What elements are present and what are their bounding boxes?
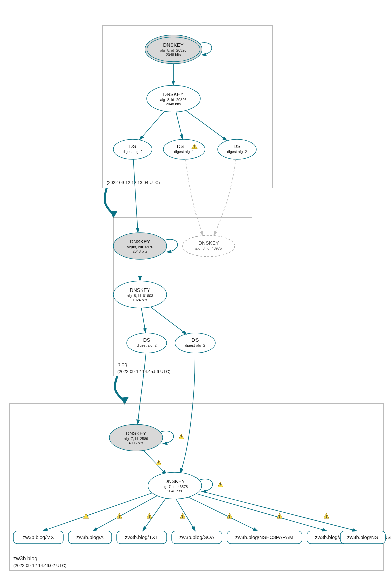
svg-text:!: ! bbox=[85, 514, 87, 519]
warning-icon: ! bbox=[179, 434, 184, 439]
warning-icon: ! bbox=[324, 513, 329, 519]
svg-text:DS: DS bbox=[192, 337, 199, 343]
edge-root-ds1-blog-ksk bbox=[133, 159, 138, 233]
svg-text:zw3b.blog/MX: zw3b.blog/MX bbox=[23, 534, 54, 540]
svg-text:DS: DS bbox=[129, 143, 136, 149]
svg-text:2048 bits: 2048 bits bbox=[166, 102, 181, 106]
warning-icon: ! bbox=[277, 513, 282, 519]
svg-text:digest alg=2: digest alg=2 bbox=[137, 343, 157, 347]
svg-text:!: ! bbox=[229, 514, 230, 519]
edge-root-zsk-ds1 bbox=[139, 111, 165, 140]
root-zone-timestamp: (2022-09-12 12:13:04 UTC) bbox=[107, 180, 160, 185]
svg-text:DNSKEY: DNSKEY bbox=[163, 42, 184, 48]
svg-text:2048 bits: 2048 bits bbox=[166, 53, 181, 57]
node-zw3b-zsk: DNSKEY alg=7, id=46578 2048 bits bbox=[148, 472, 202, 499]
edge-root-ds2-ghost bbox=[185, 159, 203, 236]
edge-zsk-a bbox=[93, 496, 157, 531]
zw3b-zone-label: zw3b.blog bbox=[13, 556, 37, 561]
svg-text:alg=8, id=20326: alg=8, id=20326 bbox=[160, 48, 187, 52]
warning-icon: ! bbox=[117, 513, 122, 519]
svg-text:1024 bits: 1024 bits bbox=[133, 298, 148, 302]
warning-icon: ! bbox=[156, 460, 161, 465]
edge-blog-ksk-self bbox=[165, 239, 178, 252]
warning-icon: ! bbox=[147, 513, 152, 519]
svg-text:!: ! bbox=[220, 483, 221, 487]
svg-text:digest alg=2: digest alg=2 bbox=[123, 150, 143, 154]
node-blog-ds2: DS digest alg=2 bbox=[175, 333, 215, 353]
svg-text:digest alg=2: digest alg=2 bbox=[185, 343, 205, 347]
svg-text:alg=8, id=61603: alg=8, id=61603 bbox=[127, 294, 153, 298]
edge-zsk-soa bbox=[176, 499, 195, 531]
edge-root-ds3-ghost bbox=[214, 159, 236, 236]
edge-zw3b-ksk-zsk bbox=[143, 450, 167, 475]
svg-text:DS: DS bbox=[234, 143, 241, 149]
svg-text:zw3b.blog/NSEC3PARAM: zw3b.blog/NSEC3PARAM bbox=[235, 534, 293, 540]
record-mx: zw3b.blog/MX bbox=[13, 531, 63, 544]
edge-root-zsk-ds3 bbox=[186, 111, 227, 141]
edge-zsk-ns bbox=[200, 491, 357, 531]
edge-zsk-txt bbox=[143, 498, 166, 531]
record-soa: zw3b.blog/SOA bbox=[172, 531, 222, 544]
node-root-ds3: DS digest alg=2 bbox=[218, 139, 256, 159]
node-blog-ghost: DNSKEY alg=8, id=43975 bbox=[182, 235, 235, 257]
edge-blog-ds1-zw3b-ksk bbox=[138, 353, 146, 424]
svg-text:!: ! bbox=[194, 144, 195, 149]
edge-delegation-blog-zw3b bbox=[115, 376, 124, 400]
svg-point-33 bbox=[175, 333, 215, 353]
svg-point-9 bbox=[113, 139, 152, 159]
svg-text:digest alg=1: digest alg=1 bbox=[174, 150, 194, 154]
edge-zsk-nsec3 bbox=[188, 497, 258, 531]
svg-text:DNSKEY: DNSKEY bbox=[198, 240, 219, 246]
node-root-zsk: DNSKEY alg=8, id=20826 2048 bits bbox=[147, 85, 200, 112]
svg-point-16 bbox=[218, 139, 256, 159]
edge-zw3b-zsk-self bbox=[200, 479, 213, 492]
svg-text:DNSKEY: DNSKEY bbox=[163, 91, 184, 97]
node-blog-ds1: DS digest alg=2 bbox=[127, 333, 167, 353]
svg-text:DS: DS bbox=[177, 143, 184, 149]
svg-text:2048 bits: 2048 bits bbox=[133, 249, 148, 253]
node-zw3b-ksk: DNSKEY alg=7, id=2589 4096 bits bbox=[109, 424, 163, 451]
svg-text:!: ! bbox=[326, 514, 327, 519]
node-root-ds1: DS digest alg=2 bbox=[113, 139, 152, 159]
svg-text:!: ! bbox=[149, 514, 150, 519]
svg-point-12 bbox=[163, 139, 205, 159]
node-root-ds2: DS digest alg=1 bbox=[163, 139, 205, 159]
svg-text:alg=8, id=43975: alg=8, id=43975 bbox=[195, 246, 222, 250]
warning-icon: ! bbox=[83, 513, 89, 519]
warning-icon: ! bbox=[180, 513, 185, 519]
dnssec-diagram: . (2022-09-12 12:13:04 UTC) DNSKEY alg=8… bbox=[0, 0, 392, 581]
edge-root-zsk-ds2 bbox=[176, 112, 183, 139]
svg-text:!: ! bbox=[181, 435, 182, 439]
node-blog-ksk: DNSKEY alg=8, id=16976 2048 bits bbox=[113, 233, 167, 259]
svg-text:digest alg=2: digest alg=2 bbox=[227, 150, 247, 154]
record-a: zw3b.blog/A bbox=[68, 531, 112, 544]
warning-icon: ! bbox=[227, 513, 232, 519]
node-blog-zsk: DNSKEY alg=8, id=61603 1024 bits bbox=[113, 281, 167, 308]
svg-text:zw3b.blog/A: zw3b.blog/A bbox=[76, 534, 104, 540]
svg-text:!: ! bbox=[279, 514, 280, 519]
svg-text:zw3b.blog/TXT: zw3b.blog/TXT bbox=[125, 534, 158, 540]
svg-text:DNSKEY: DNSKEY bbox=[130, 287, 150, 293]
svg-text:alg=7, id=2589: alg=7, id=2589 bbox=[124, 437, 148, 441]
node-root-ksk: DNSKEY alg=8, id=20326 2048 bits bbox=[145, 35, 202, 64]
edge-zsk-mx bbox=[43, 493, 152, 531]
svg-point-30 bbox=[127, 333, 167, 353]
record-ns-label: zw3b.blog/NS bbox=[347, 534, 378, 540]
svg-text:!: ! bbox=[182, 514, 183, 519]
svg-text:DS: DS bbox=[143, 337, 150, 343]
svg-text:DNSKEY: DNSKEY bbox=[164, 478, 185, 484]
zw3b-zone-timestamp: (2022-09-12 14:46:02 UTC) bbox=[13, 563, 67, 568]
record-txt: zw3b.blog/TXT bbox=[117, 531, 167, 544]
svg-text:alg=8, id=16976: alg=8, id=16976 bbox=[127, 245, 153, 249]
svg-text:4096 bits: 4096 bits bbox=[129, 441, 144, 445]
edge-blog-ds2-zw3b-zsk bbox=[180, 353, 195, 473]
svg-point-23 bbox=[182, 235, 235, 257]
svg-text:2048 bits: 2048 bits bbox=[167, 489, 182, 493]
svg-text:alg=7, id=46578: alg=7, id=46578 bbox=[162, 485, 188, 489]
edge-zw3b-ksk-self bbox=[161, 431, 174, 444]
edge-blog-zsk-ds1 bbox=[141, 308, 146, 333]
svg-text:alg=8, id=20826: alg=8, id=20826 bbox=[160, 98, 187, 102]
svg-text:zw3b.blog/SOA: zw3b.blog/SOA bbox=[179, 534, 214, 540]
warning-icon: ! bbox=[218, 482, 223, 487]
edge-delegation-root-blog bbox=[105, 188, 113, 214]
